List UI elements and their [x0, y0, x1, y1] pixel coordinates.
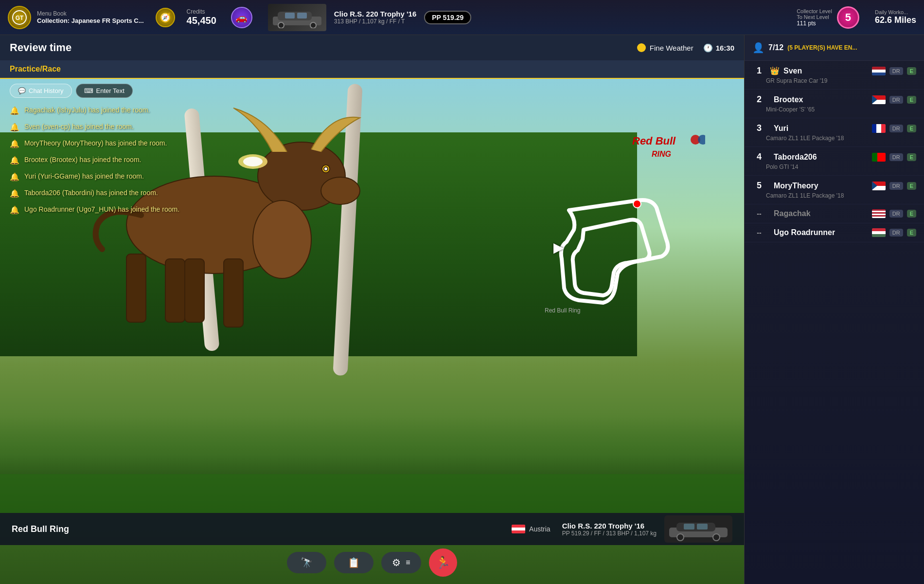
player-dr-5: DR — [889, 182, 903, 190]
collector-label: Collector Level — [797, 8, 832, 14]
player-name-1: Sven — [783, 67, 868, 75]
player-main-row-3: 3 Yuri DR E — [752, 123, 916, 133]
list-item: 🔔 Ugo Roadrunner (Ugo7_HUN) has joined t… — [10, 205, 195, 215]
message-text: Ugo Roadrunner (Ugo7_HUN) has joined the… — [24, 205, 179, 215]
player-dr-2: DR — [889, 96, 903, 104]
collector-text: Collector Level To Next Level 111 pts — [797, 8, 832, 27]
list-item: 🔔 Sven (sven-cp) has joined the room. — [10, 122, 195, 132]
collector-next-level: To Next Level — [797, 14, 832, 20]
player-rating-4: E — [907, 153, 916, 161]
menu-book-section: Menu Book Collection: Japanese FR Sports… — [37, 10, 144, 24]
car-specs: 313 BHP / 1,107 kg / FF / T — [334, 18, 416, 25]
settings-button[interactable]: ⚙ ≡ — [381, 552, 421, 573]
svg-point-10 — [321, 177, 360, 204]
daily-workout-section: Daily Worko... 62.6 Miles — [875, 9, 916, 25]
player-number-7: -- — [752, 229, 766, 237]
chat-messages: 🔔 Ragachak (IshyJulu) has joined the roo… — [10, 106, 195, 215]
player-name-5: MoryTheory — [774, 182, 868, 190]
svg-rect-30 — [684, 524, 694, 529]
svg-point-17 — [253, 201, 311, 278]
bell-icon: 🔔 — [10, 139, 19, 148]
svg-rect-31 — [697, 524, 708, 529]
list-item: 🔔 Yuri (Yuri-GGame) has joined the room. — [10, 172, 195, 182]
menu-book-label: Menu Book — [37, 10, 144, 17]
svg-rect-16 — [165, 259, 185, 322]
clock-time: 16:30 — [716, 44, 734, 52]
list-icon: 📋 — [348, 557, 360, 568]
austria-flag-section: Austria — [512, 525, 551, 533]
bottom-car-specs: PP 519.29 / FF / 313 BHP / 1,107 kg — [562, 530, 657, 537]
runner-icon: 🏃 — [436, 556, 450, 569]
svg-rect-13 — [185, 259, 204, 322]
run-button[interactable]: 🏃 — [429, 548, 457, 577]
player-dr-7: DR — [889, 229, 903, 237]
weather-icon — [637, 43, 646, 52]
menu-book-subtitle: Collection: Japanese FR Sports C... — [37, 17, 144, 24]
list-item: 🔔 MoryTheory (MoryTheory) has joined the… — [10, 139, 195, 148]
credits-label: Credits — [187, 8, 216, 15]
compass-icon[interactable]: 🧭 — [156, 8, 175, 27]
player-rating-2: E — [907, 96, 916, 104]
track-map: Red Bull Ring — [540, 171, 715, 317]
chat-history-tab[interactable]: 💬 Chat History — [10, 84, 72, 98]
bell-icon: 🔔 — [10, 106, 19, 115]
player-car-4: Polo GTI '14 — [766, 164, 916, 170]
player-number-6: -- — [752, 210, 766, 218]
message-text: Ragachak (IshyJulu) has joined the room. — [24, 106, 150, 115]
binoculars-icon: 🔭 — [301, 557, 313, 568]
player-name-4: Taborda206 — [774, 153, 868, 162]
player-name-3: Yuri — [774, 124, 868, 133]
practice-label: Practice/Race — [10, 65, 61, 73]
player-notice: (5 PLAYER(S) HAVE EN... — [787, 44, 857, 51]
svg-text:GT: GT — [16, 15, 24, 21]
svg-text:RING: RING — [652, 150, 671, 158]
list-item: 🔔 Brootex (Brootex) has joined the room. — [10, 155, 195, 165]
svg-rect-15 — [126, 254, 146, 322]
weather-section: Fine Weather — [637, 43, 693, 52]
credits-value: 45,450 — [187, 15, 216, 26]
gear-icon: ⚙ — [392, 557, 401, 568]
keyboard-icon: ⌨ — [84, 87, 93, 94]
player-flag-1 — [872, 67, 886, 75]
car-menu-icon[interactable]: 🚗 — [231, 7, 252, 28]
player-list: 1 👑 Sven DR E GR Supra Race Car '19 2 Br… — [745, 61, 924, 584]
flag-stripe-red2 — [512, 530, 525, 533]
bottom-info-bar: Red Bull Ring Austria Clio R.S. 220 Trop… — [0, 513, 744, 545]
redbull-logo: Red Bull RING — [627, 130, 705, 166]
car-icon-section: 🚗 — [231, 7, 252, 28]
bell-icon: 🔔 — [10, 156, 19, 165]
player-main-row-5: 5 MoryTheory DR E — [752, 181, 916, 191]
table-row: 4 Taborda206 DR E Polo GTI '14 — [745, 147, 924, 176]
binoculars-button[interactable]: 🔭 — [287, 552, 326, 573]
car-name: Clio R.S. 220 Trophy '16 — [334, 10, 416, 18]
track-name: Red Bull Ring — [12, 524, 512, 534]
player-number-2: 2 — [752, 94, 766, 105]
player-number-4: 4 — [752, 152, 766, 162]
left-area: Review time Fine Weather 🕐 16:30 Practic… — [0, 35, 744, 584]
player-count: 7/12 — [768, 43, 783, 52]
practice-race-tab[interactable]: Practice/Race — [0, 60, 744, 79]
player-number-3: 3 — [752, 123, 766, 133]
svg-point-29 — [713, 534, 720, 541]
table-row: -- Ugo Roadrunner DR E — [745, 223, 924, 242]
list-button[interactable]: 📋 — [334, 552, 373, 573]
bell-icon: 🔔 — [10, 189, 19, 198]
svg-rect-27 — [676, 523, 715, 531]
player-main-row-4: 4 Taborda206 DR E — [752, 152, 916, 162]
enter-text-tab[interactable]: ⌨ Enter Text — [76, 84, 133, 98]
svg-point-24 — [633, 200, 641, 208]
chat-icon: 💬 — [18, 87, 26, 94]
svg-text:Red Bull: Red Bull — [632, 135, 676, 147]
svg-rect-7 — [297, 13, 307, 18]
message-text: MoryTheory (MoryTheory) has joined the r… — [24, 139, 167, 148]
main-content: Review time Fine Weather 🕐 16:30 Practic… — [0, 35, 924, 584]
player-car-5: Camaro ZL1 1LE Package '18 — [766, 192, 916, 199]
player-number-1: 1 — [752, 66, 766, 76]
player-main-row-6: -- Ragachak DR E — [752, 209, 916, 218]
player-flag-4 — [872, 153, 886, 162]
table-row: -- Ragachak DR E — [745, 204, 924, 223]
player-rating-7: E — [907, 229, 916, 237]
player-name-6: Ragachak — [774, 209, 868, 218]
svg-point-28 — [677, 534, 684, 541]
player-dr-1: DR — [889, 67, 903, 75]
